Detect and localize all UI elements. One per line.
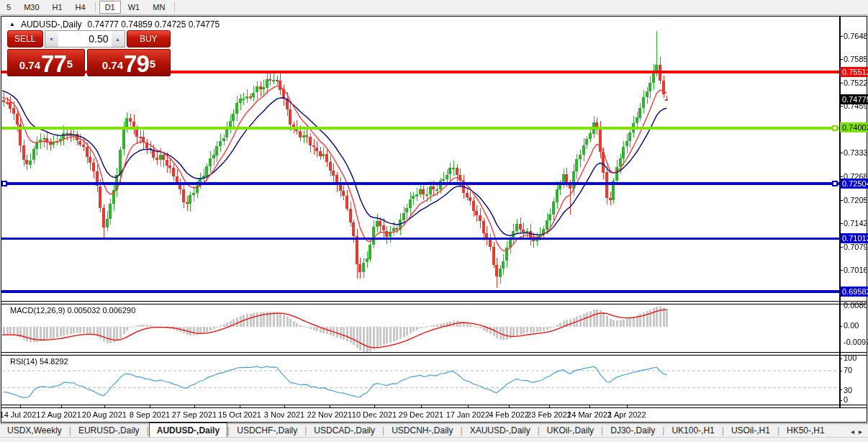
date-tick-label: 29 Dec 2021 xyxy=(399,410,443,419)
tab-usdcnh-daily[interactable]: USDCNH-,Daily xyxy=(384,424,460,438)
timeframe-toolbar: 5M30H1H4D1W1MN xyxy=(0,0,868,15)
date-tick-label: 22 Nov 2021 xyxy=(307,410,352,419)
price-tick-label: 0.76480 xyxy=(844,32,868,40)
timeframe-button-d1[interactable]: D1 xyxy=(99,1,121,14)
date-tick-label: 20 Aug 2021 xyxy=(82,410,127,419)
timeframe-button-h1[interactable]: H1 xyxy=(47,1,68,14)
indicator-tick-label: 70 xyxy=(844,366,868,374)
buy-button[interactable]: BUY xyxy=(127,30,171,48)
chart-title: ▲ AUDUSD-,Daily 0.74777 0.74859 0.74725 … xyxy=(9,19,220,30)
price-tick-label: 0.70795 xyxy=(844,243,868,251)
rsi-label: RSI(14) 54.8292 xyxy=(10,357,68,366)
price-tick-label: 0.71425 xyxy=(844,219,868,227)
date-tick-label: 23 Feb 2022 xyxy=(527,410,571,419)
price-tick-label: 0.70165 xyxy=(844,266,868,274)
green-line-tag: 0.74002 xyxy=(840,122,868,132)
price-tick-label: 0.75220 xyxy=(844,78,868,87)
support-line-tag-2: 0.71013 xyxy=(840,233,868,243)
bid-price-sup: 5 xyxy=(67,50,73,78)
bid-price-panel[interactable]: 0.74 77 5 xyxy=(7,49,85,76)
indicator-tick-label: 0.00 xyxy=(844,321,868,330)
tab-xauusd-daily[interactable]: XAUUSD-,Daily xyxy=(463,424,538,438)
timeframe-button-h4[interactable]: H4 xyxy=(70,1,91,14)
lot-decrease-button[interactable]: ▾ xyxy=(45,31,58,47)
chart-tab-bar: USDX,Weekly|EURUSD-,Daily|AUDUSD-,Daily|… xyxy=(0,423,868,438)
ask-price-panel[interactable]: 0.74 79 5 xyxy=(87,49,171,76)
indicator-tick-label: 0.008065 xyxy=(844,301,868,310)
tab-dj30-daily[interactable]: DJ30-,Daily xyxy=(603,424,662,438)
toolbar-separator xyxy=(174,2,175,12)
toolbar-separator xyxy=(95,2,96,12)
bid-price-tag: 0.74775 xyxy=(840,94,868,104)
macd-label: MACD(12,26,9) 0.005032 0.006290 xyxy=(10,306,135,315)
chart-ohlc-values: 0.74777 0.74859 0.74725 0.74775 xyxy=(88,19,220,30)
price-tick-label: 0.72055 xyxy=(844,196,868,204)
tab-scroll-left-icon[interactable]: ◂ xyxy=(851,428,854,436)
lot-increase-button[interactable]: ▴ xyxy=(112,31,125,47)
date-tick-label: 1 Apr 2022 xyxy=(607,410,646,419)
indicator-tick-label: -0.009285 xyxy=(844,338,868,346)
tab-eurusd-daily[interactable]: EURUSD-,Daily xyxy=(71,424,147,438)
tab-audusd-daily[interactable]: AUDUSD-,Daily xyxy=(149,423,227,438)
timeframe-button-mn[interactable]: MN xyxy=(147,1,171,14)
tab-usdchf-daily[interactable]: USDCHF-,Daily xyxy=(230,424,304,438)
lot-size-control: ▾ ▴ xyxy=(45,30,125,48)
date-tick-label: 14 Mar 2022 xyxy=(567,410,612,419)
sell-button[interactable]: SELL xyxy=(7,30,43,48)
indicator-tick-label: 30 xyxy=(844,386,868,394)
date-tick-label: 17 Jan 2022 xyxy=(446,410,490,419)
price-tick-label: 0.73330 xyxy=(844,148,868,157)
date-tick-label: 3 Nov 2021 xyxy=(264,410,304,419)
tab-hk50-h1[interactable]: HK50-,H1 xyxy=(779,424,832,438)
date-tick-label: 27 Sep 2021 xyxy=(172,410,217,419)
resistance-line-tag: 0.75512 xyxy=(840,67,868,77)
price-tick-label: 0.75850 xyxy=(844,55,868,63)
tab-usdx-weekly[interactable]: USDX,Weekly xyxy=(0,424,69,438)
ask-price-sup: 5 xyxy=(150,50,155,78)
date-tick-label: 10 Dec 2021 xyxy=(352,410,397,419)
support-line-tag-3: 0.69582 xyxy=(840,287,868,297)
indicator-tick-label: 0 xyxy=(844,395,868,404)
date-tick-label: 8 Sep 2021 xyxy=(130,410,170,419)
tab-usoil-h1[interactable]: USOil-,H1 xyxy=(724,424,777,438)
bid-price-big: 77 xyxy=(41,53,66,75)
tab-scroll-right-icon[interactable]: ▸ xyxy=(859,428,862,436)
date-tick-label: 4 Feb 2022 xyxy=(489,410,529,419)
chart-symbol-period: AUDUSD-,Daily xyxy=(21,19,82,30)
status-bar xyxy=(0,437,868,442)
indicator-tick-label: 100 xyxy=(844,353,868,362)
date-tick-label: 14 Jul 2021 xyxy=(0,410,40,419)
lot-size-input[interactable] xyxy=(58,31,112,47)
support-line-tag-1: 0.72504 xyxy=(840,179,868,189)
date-tick-label: 15 Oct 2021 xyxy=(218,410,261,419)
tab-scroll-arrows: ◂▸ xyxy=(851,428,868,438)
bid-price-prefix: 0.74 xyxy=(19,56,40,75)
timeframe-button-5[interactable]: 5 xyxy=(1,1,17,14)
tab-ukoil-daily[interactable]: UKOil-,Daily xyxy=(540,424,601,438)
ask-price-prefix: 0.74 xyxy=(102,56,123,75)
timeframe-button-m30[interactable]: M30 xyxy=(18,1,45,14)
date-tick-label: 2 Aug 2021 xyxy=(41,410,81,419)
collapse-triangle-icon[interactable]: ▲ xyxy=(9,21,15,27)
tab-uk100-h1[interactable]: UK100-,H1 xyxy=(664,424,721,438)
tab-usdcad-daily[interactable]: USDCAD-,Daily xyxy=(307,424,382,438)
ask-price-big: 79 xyxy=(124,53,149,75)
one-click-trade-panel: SELL ▾ ▴ BUY 0.74 77 5 0.74 79 5 xyxy=(7,30,171,76)
timeframe-button-w1[interactable]: W1 xyxy=(122,1,146,14)
